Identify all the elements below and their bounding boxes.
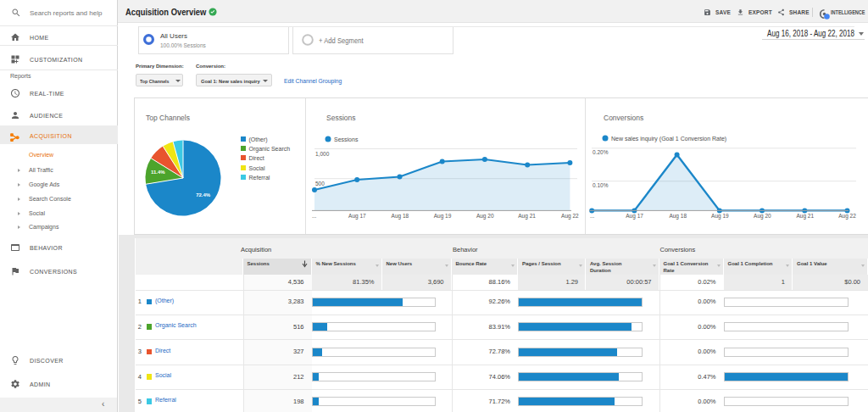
svg-text:...: ... [590,213,595,219]
svg-text:Aug 18: Aug 18 [669,213,687,220]
svg-text:0.20%: 0.20% [593,149,609,155]
svg-text:0.10%: 0.10% [593,182,609,188]
svg-text:Aug 17: Aug 17 [626,213,643,220]
svg-text:Aug 22: Aug 22 [838,213,856,220]
svg-text:Aug 19: Aug 19 [711,213,729,220]
svg-text:Aug 21: Aug 21 [796,213,814,220]
svg-text:Aug 20: Aug 20 [754,213,771,220]
svg-text:New sales inquiry (Goal 1 Conv: New sales inquiry (Goal 1 Conversion Rat… [611,136,726,142]
